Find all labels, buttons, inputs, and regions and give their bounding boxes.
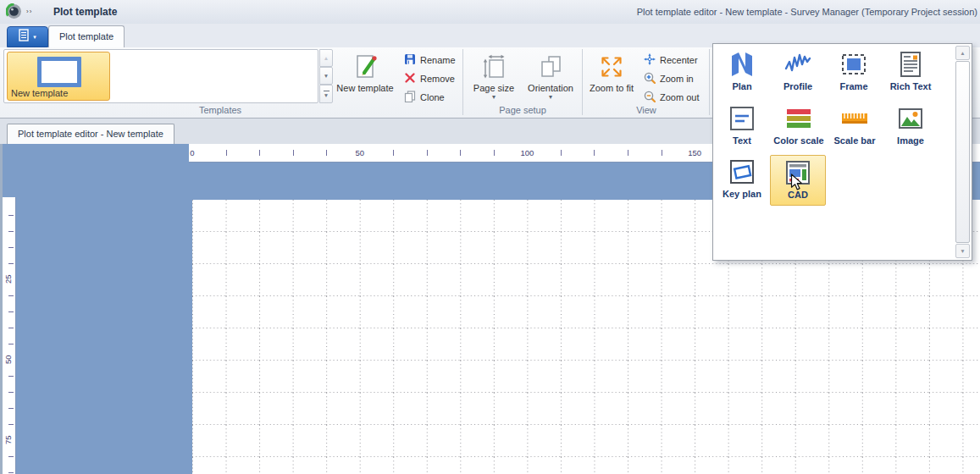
- zoom-to-fit-label: Zoom to fit: [590, 83, 634, 93]
- new-template-button[interactable]: New template: [335, 49, 395, 105]
- ruler-tick: [561, 150, 562, 156]
- gallery-scroll-up-button[interactable]: ▲: [319, 49, 333, 67]
- expand-arrow-icon: ▼: [324, 92, 329, 98]
- ruler-tick: [8, 376, 14, 377]
- ruler-tick: [8, 247, 14, 248]
- window-title: Plot template editor - New template - Su…: [637, 0, 977, 24]
- dropdown-arrow-icon: ▾: [549, 94, 552, 101]
- expand-bar-icon: [324, 91, 329, 91]
- page-size-button[interactable]: Page size ▾: [467, 49, 521, 105]
- ruler-tick: [8, 392, 14, 393]
- ruler-tick: [494, 150, 495, 156]
- ruler-tick: [8, 328, 14, 328]
- ruler-tick: [628, 150, 628, 156]
- scale-bar-icon: [840, 102, 869, 135]
- document-tab[interactable]: Plot template editor - New template: [7, 124, 174, 144]
- color-scale-icon: [784, 102, 813, 135]
- template-thumbnail-icon: [37, 57, 81, 87]
- element-item-text[interactable]: Text: [715, 102, 769, 152]
- templates-gallery: New template: [3, 49, 318, 103]
- scrollbar-down-button[interactable]: ▼: [955, 244, 970, 258]
- element-item-plan[interactable]: Plan: [715, 47, 769, 98]
- orientation-label: Orientation: [528, 83, 573, 93]
- element-item-rich-text[interactable]: Rich Text: [883, 47, 938, 98]
- scrollbar-up-button[interactable]: ▲: [955, 46, 970, 60]
- page-size-icon: [481, 52, 507, 82]
- element-item-scale-bar[interactable]: Scale bar: [827, 102, 883, 152]
- element-item-label: Text: [733, 135, 751, 146]
- dropdown-arrow-icon: ▾: [492, 94, 496, 101]
- down-arrow-icon: ▼: [324, 73, 329, 79]
- ruler-tick: [8, 295, 14, 296]
- ruler-label: 25: [3, 269, 14, 289]
- group-separator: [709, 49, 710, 115]
- ribbon-category-title: Plot template: [53, 0, 117, 24]
- menu-list-icon: [19, 29, 30, 45]
- ruler-tick: [8, 311, 14, 312]
- remove-button[interactable]: Remove: [401, 69, 457, 87]
- recenter-label: Recenter: [660, 55, 698, 65]
- ruler-tick: [259, 150, 260, 156]
- quick-access-overflow-icon[interactable]: ››: [26, 0, 32, 24]
- chevron-down-icon: ▾: [33, 34, 36, 40]
- rich-text-icon: [896, 47, 925, 81]
- ruler-label: 150: [684, 144, 705, 162]
- ruler-label: 0: [182, 144, 202, 162]
- element-item-color-scale[interactable]: Color scale: [771, 102, 827, 152]
- gallery-expand-button[interactable]: ▼: [319, 85, 333, 103]
- ruler-tick: [293, 150, 294, 156]
- application-window: ›› Plot template Plot template editor - …: [0, 0, 980, 474]
- scrollbar-thumb[interactable]: [955, 61, 970, 243]
- rename-button[interactable]: Rename: [401, 51, 458, 69]
- save-rename-icon: [404, 53, 416, 67]
- application-menu-button[interactable]: ▾: [7, 26, 48, 47]
- ruler-label: 75: [3, 430, 14, 450]
- down-arrow-icon: ▼: [960, 248, 965, 254]
- template-gallery-item-new-template[interactable]: New template: [7, 52, 110, 101]
- title-bar: ›› Plot template Plot template editor - …: [0, 0, 980, 24]
- new-template-icon: [352, 52, 379, 82]
- clone-button[interactable]: Clone: [401, 88, 447, 106]
- zoom-out-button[interactable]: Zoom out: [641, 88, 701, 106]
- page-size-label: Page size: [473, 83, 514, 93]
- gallery-scroll-down-button[interactable]: ▼: [319, 67, 333, 85]
- orientation-icon: [538, 52, 563, 82]
- zoom-to-fit-button[interactable]: Zoom to fit: [585, 49, 638, 105]
- recenter-button[interactable]: Recenter: [641, 51, 700, 69]
- vertical-ruler: 255075: [3, 197, 16, 474]
- key-plan-icon: [728, 155, 756, 189]
- ruler-tick: [393, 150, 394, 156]
- ruler-label: 100: [517, 144, 537, 162]
- ruler-tick: [8, 456, 14, 457]
- tab-plot-template[interactable]: Plot template: [48, 25, 125, 47]
- ruler-tick: [594, 150, 595, 156]
- ruler-tick: [460, 150, 461, 156]
- remove-label: Remove: [420, 74, 455, 84]
- zoom-in-button[interactable]: Zoom in: [641, 69, 696, 87]
- recenter-icon: [644, 53, 656, 67]
- plan-icon: [728, 47, 756, 81]
- ruler-tick: [8, 472, 14, 473]
- orientation-button[interactable]: Orientation ▾: [523, 49, 579, 105]
- element-item-frame[interactable]: Frame: [827, 47, 881, 98]
- element-item-label: Key plan: [723, 189, 761, 199]
- element-item-profile[interactable]: Profile: [771, 47, 825, 98]
- group-label-page-setup: Page setup: [463, 105, 582, 117]
- zoom-in-icon: [644, 72, 656, 85]
- element-item-key-plan[interactable]: Key plan: [715, 155, 769, 206]
- element-item-label: Rich Text: [890, 81, 932, 91]
- zoom-out-icon: [644, 91, 656, 104]
- popup-scrollbar[interactable]: ▲ ▼: [955, 46, 970, 258]
- group-label-view: View: [583, 105, 710, 117]
- element-item-label: Plan: [732, 81, 751, 91]
- ruler-label: 50: [350, 144, 370, 162]
- profile-icon: [783, 47, 812, 81]
- element-item-label: Frame: [839, 81, 867, 91]
- new-template-label: New template: [336, 83, 393, 93]
- zoom-in-label: Zoom in: [660, 74, 694, 84]
- element-item-image[interactable]: Image: [883, 102, 938, 152]
- zoom-to-fit-icon: [599, 52, 624, 82]
- remove-x-icon: [404, 72, 416, 85]
- image-icon: [896, 102, 925, 135]
- element-item-label: Image: [897, 135, 924, 146]
